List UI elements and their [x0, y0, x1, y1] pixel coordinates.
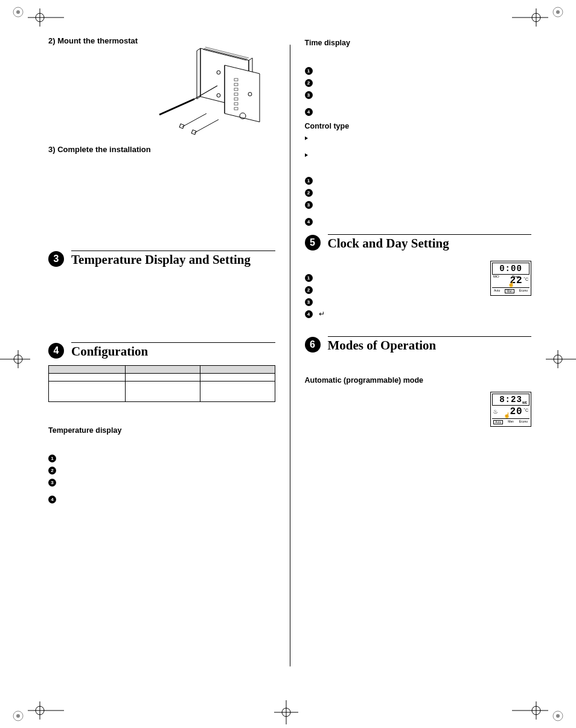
registration-mark-icon [12, 6, 24, 18]
page-content: 2) Mount the thermostat [48, 36, 531, 676]
registration-mark-icon [552, 710, 564, 722]
svg-marker-30 [197, 48, 200, 99]
configuration-table [48, 365, 275, 402]
crop-mark-icon [546, 350, 576, 368]
control-type-bullets [305, 134, 532, 159]
list-item: 1 [305, 176, 532, 185]
left-column: 2) Mount the thermostat [48, 36, 275, 676]
list-item: 3 [305, 91, 532, 99]
list-item: 2 [305, 78, 532, 87]
right-column: Time display 1 2 3 4 Control type 1 2 3 … [305, 36, 532, 676]
step-number-icon: 4 [305, 310, 313, 318]
heat-icon: ♨ [493, 408, 498, 415]
step-number-icon: 3 [305, 201, 313, 209]
lcd-mode-selected: Auto [493, 420, 503, 424]
control-type-subhead: Control type [305, 122, 532, 130]
section-4-title: Configuration [71, 344, 275, 359]
control-type-steps: 1 2 3 4 [305, 176, 532, 226]
lcd-mode: Auto [493, 289, 501, 293]
lcd-day: WE [522, 401, 527, 404]
step-number-icon: 4 [48, 496, 56, 503]
step-number-icon: 2 [305, 189, 313, 197]
registration-mark-icon [12, 710, 24, 722]
section-3-number-icon: 3 [48, 251, 64, 267]
section-6-title: Modes of Operation [328, 338, 532, 353]
return-icon: ↵ [319, 310, 325, 318]
svg-point-37 [217, 71, 220, 74]
svg-line-42 [194, 86, 217, 99]
section-3-heading: 3 Temperature Display and Setting [48, 251, 275, 267]
crop-mark-icon [512, 8, 548, 27]
step-number-icon: 3 [48, 479, 56, 487]
section-5-title: Clock and Day Setting [328, 236, 532, 251]
section-3-title: Temperature Display and Setting [71, 252, 275, 267]
lcd-tiny-label: Time [512, 275, 519, 278]
svg-point-3 [556, 10, 560, 14]
automatic-mode-subhead: Automatic (programmable) mode [305, 376, 532, 385]
lcd-degree: ˚C [524, 408, 528, 412]
crop-mark-icon [274, 700, 298, 724]
svg-rect-46 [191, 130, 196, 135]
config-cell [126, 374, 200, 382]
svg-line-45 [194, 120, 219, 133]
config-header-3 [200, 366, 275, 374]
config-header-1 [49, 366, 126, 374]
list-item: 4 [305, 107, 532, 116]
step-number-icon: 3 [305, 298, 313, 306]
step-number-icon: 1 [48, 455, 56, 462]
list-item: 4 [48, 495, 275, 503]
config-cell [200, 374, 275, 382]
svg-point-1 [16, 10, 20, 14]
list-item: 1 [305, 66, 532, 75]
svg-marker-32 [225, 65, 260, 122]
lcd-mode: Econo [519, 289, 528, 293]
step-number-icon: 2 [305, 286, 313, 294]
step-2-label: 2) Mount the thermostat [48, 36, 151, 45]
svg-point-7 [556, 714, 560, 718]
svg-point-5 [16, 714, 20, 718]
config-cell [200, 382, 275, 402]
svg-point-38 [217, 94, 220, 97]
lcd-mode: Econo [519, 420, 528, 424]
section-5-number-icon: 5 [305, 235, 321, 251]
section-4-heading: 4 Configuration [48, 342, 275, 359]
lcd-time: 0:00 [492, 263, 530, 275]
lcd-display-auto: 8:23 WE ♨ 20 ˚C ☝ Auto Man Econo [490, 392, 531, 427]
step-number-icon: 1 [305, 177, 313, 185]
column-divider [290, 45, 290, 666]
step-3-label: 3) Complete the installation [48, 145, 275, 154]
thermostat-mount-illustration [158, 36, 273, 139]
list-item: 4↵ [305, 310, 532, 318]
svg-line-34 [203, 49, 246, 60]
lcd-degree: ˚C [524, 277, 528, 281]
hand-icon: ☝ [507, 282, 515, 287]
crop-mark-icon [28, 701, 64, 720]
step-number-icon: 3 [305, 91, 313, 99]
svg-line-41 [159, 99, 194, 115]
step-number-icon: 4 [305, 108, 313, 116]
svg-line-43 [182, 113, 206, 127]
step-number-icon: 1 [305, 274, 313, 282]
time-display-subhead: Time display [305, 39, 532, 47]
config-cell [49, 382, 126, 402]
step-number-icon: 4 [305, 218, 313, 226]
step-number-icon: 2 [48, 467, 56, 474]
crop-mark-icon [28, 8, 64, 27]
list-item: 2 [48, 466, 275, 474]
lcd-time: 8:23 [499, 395, 522, 404]
svg-line-36 [205, 47, 249, 58]
section-4-number-icon: 4 [48, 343, 64, 359]
list-item: 4 [305, 217, 532, 226]
list-item: 3 [305, 298, 532, 306]
svg-line-35 [204, 48, 248, 59]
list-item: 3 [48, 478, 275, 487]
svg-rect-44 [179, 124, 184, 129]
hand-icon: ☝ [503, 413, 511, 418]
list-item [305, 134, 532, 142]
lcd-mode: Man [507, 420, 514, 424]
list-item: 1 [48, 454, 275, 462]
lcd-display-clock: 0:00 MO Time 22 ˚C ☝ Auto Man Econo [490, 261, 531, 296]
section-5-heading: 5 Clock and Day Setting [305, 234, 532, 251]
crop-mark-icon [0, 350, 30, 368]
list-item [305, 151, 532, 159]
